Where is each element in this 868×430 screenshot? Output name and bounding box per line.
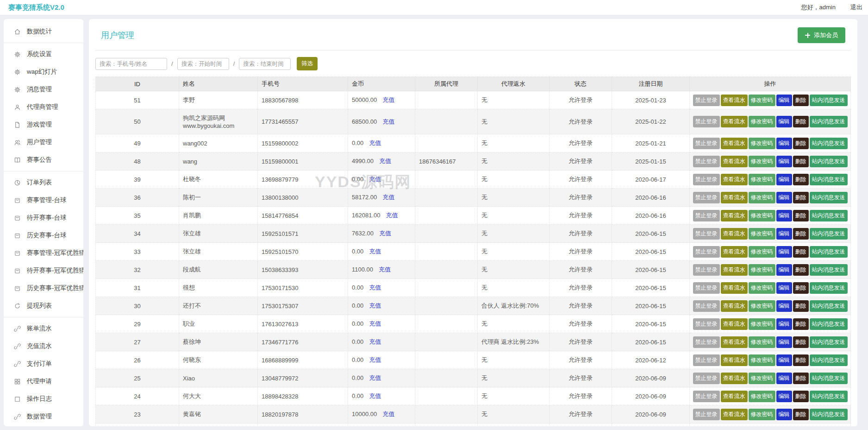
send-message-button[interactable]: 站内消息发送 xyxy=(810,336,848,348)
edit-button[interactable]: 编辑 xyxy=(776,228,792,240)
change-password-button[interactable]: 修改密码 xyxy=(749,192,775,203)
send-message-button[interactable]: 站内消息发送 xyxy=(810,300,848,312)
edit-button[interactable]: 编辑 xyxy=(776,373,792,384)
change-password-button[interactable]: 修改密码 xyxy=(749,156,775,167)
view-flow-button[interactable]: 查看流水 xyxy=(721,116,748,127)
sidebar-item-bag[interactable]: 待开赛事-台球 xyxy=(4,209,83,227)
view-flow-button[interactable]: 查看流水 xyxy=(721,264,748,276)
ban-login-button[interactable]: 禁止登录 xyxy=(693,116,720,127)
delete-button[interactable]: 删除 xyxy=(793,116,809,127)
ban-login-button[interactable]: 禁止登录 xyxy=(693,246,720,258)
recharge-link[interactable]: 充值 xyxy=(369,374,381,381)
ban-login-button[interactable]: 禁止登录 xyxy=(693,95,720,106)
sidebar-item-file[interactable]: 游戏管理 xyxy=(4,116,83,133)
recharge-link[interactable]: 充值 xyxy=(379,230,391,237)
change-password-button[interactable]: 修改密码 xyxy=(749,264,775,276)
sidebar-item-refresh[interactable]: 提现列表 xyxy=(4,297,83,315)
send-message-button[interactable]: 站内消息发送 xyxy=(810,116,848,127)
send-message-button[interactable]: 站内消息发送 xyxy=(810,138,848,149)
delete-button[interactable]: 删除 xyxy=(793,373,809,384)
view-flow-button[interactable]: 查看流水 xyxy=(721,174,748,185)
view-flow-button[interactable]: 查看流水 xyxy=(721,156,748,167)
change-password-button[interactable]: 修改密码 xyxy=(749,282,775,294)
send-message-button[interactable]: 站内消息发送 xyxy=(810,373,848,384)
send-message-button[interactable]: 站内消息发送 xyxy=(810,156,848,167)
recharge-link[interactable]: 充值 xyxy=(382,96,394,103)
view-flow-button[interactable]: 查看流水 xyxy=(721,192,748,203)
delete-button[interactable]: 删除 xyxy=(793,391,809,402)
delete-button[interactable]: 删除 xyxy=(793,336,809,348)
edit-button[interactable]: 编辑 xyxy=(776,391,792,402)
send-message-button[interactable]: 站内消息发送 xyxy=(810,391,848,402)
send-message-button[interactable]: 站内消息发送 xyxy=(810,246,848,258)
ban-login-button[interactable]: 禁止登录 xyxy=(693,210,720,221)
delete-button[interactable]: 删除 xyxy=(793,138,809,149)
ban-login-button[interactable]: 禁止登录 xyxy=(693,409,720,420)
send-message-button[interactable]: 站内消息发送 xyxy=(810,282,848,294)
send-message-button[interactable]: 站内消息发送 xyxy=(810,210,848,221)
ban-login-button[interactable]: 禁止登录 xyxy=(693,336,720,348)
edit-button[interactable]: 编辑 xyxy=(776,156,792,167)
edit-button[interactable]: 编辑 xyxy=(776,282,792,294)
sidebar-item-bag[interactable]: 历史赛事-台球 xyxy=(4,227,83,244)
change-password-button[interactable]: 修改密码 xyxy=(749,138,775,149)
edit-button[interactable]: 编辑 xyxy=(776,409,792,420)
recharge-link[interactable]: 充值 xyxy=(382,194,394,201)
view-flow-button[interactable]: 查看流水 xyxy=(721,336,748,348)
view-flow-button[interactable]: 查看流水 xyxy=(721,373,748,384)
change-password-button[interactable]: 修改密码 xyxy=(749,95,775,106)
send-message-button[interactable]: 站内消息发送 xyxy=(810,409,848,420)
view-flow-button[interactable]: 查看流水 xyxy=(721,409,748,420)
change-password-button[interactable]: 修改密码 xyxy=(749,373,775,384)
change-password-button[interactable]: 修改密码 xyxy=(749,318,775,330)
send-message-button[interactable]: 站内消息发送 xyxy=(810,174,848,185)
sidebar-item-bag[interactable]: 待开赛事-冠军优胜猜 xyxy=(4,262,83,279)
edit-button[interactable]: 编辑 xyxy=(776,264,792,276)
recharge-link[interactable]: 充值 xyxy=(369,356,381,363)
delete-button[interactable]: 删除 xyxy=(793,264,809,276)
view-flow-button[interactable]: 查看流水 xyxy=(721,300,748,312)
delete-button[interactable]: 删除 xyxy=(793,228,809,240)
change-password-button[interactable]: 修改密码 xyxy=(749,174,775,185)
add-member-button[interactable]: 添加会员 xyxy=(798,27,845,43)
sidebar-item-user[interactable]: 代理商管理 xyxy=(4,98,83,116)
sidebar-item-gear[interactable]: 消息管理 xyxy=(4,81,83,98)
recharge-link[interactable]: 充值 xyxy=(369,392,381,399)
edit-button[interactable]: 编辑 xyxy=(776,354,792,366)
delete-button[interactable]: 删除 xyxy=(793,300,809,312)
ban-login-button[interactable]: 禁止登录 xyxy=(693,354,720,366)
send-message-button[interactable]: 站内消息发送 xyxy=(810,354,848,366)
recharge-link[interactable]: 充值 xyxy=(369,139,381,146)
search-end-input[interactable] xyxy=(239,58,291,70)
change-password-button[interactable]: 修改密码 xyxy=(749,409,775,420)
delete-button[interactable]: 删除 xyxy=(793,210,809,221)
recharge-link[interactable]: 充值 xyxy=(382,118,394,125)
edit-button[interactable]: 编辑 xyxy=(776,336,792,348)
ban-login-button[interactable]: 禁止登录 xyxy=(693,174,720,185)
change-password-button[interactable]: 修改密码 xyxy=(749,210,775,221)
ban-login-button[interactable]: 禁止登录 xyxy=(693,282,720,294)
edit-button[interactable]: 编辑 xyxy=(776,95,792,106)
ban-login-button[interactable]: 禁止登录 xyxy=(693,391,720,402)
send-message-button[interactable]: 站内消息发送 xyxy=(810,264,848,276)
sidebar-item-link[interactable]: 支付订单 xyxy=(4,355,83,373)
sidebar-item-link[interactable]: 充值流水 xyxy=(4,337,83,355)
delete-button[interactable]: 删除 xyxy=(793,95,809,106)
view-flow-button[interactable]: 查看流水 xyxy=(721,282,748,294)
edit-button[interactable]: 编辑 xyxy=(776,300,792,312)
change-password-button[interactable]: 修改密码 xyxy=(749,246,775,258)
send-message-button[interactable]: 站内消息发送 xyxy=(810,192,848,203)
sidebar-item-pie[interactable]: 订单列表 xyxy=(4,174,83,191)
sidebar-item-square[interactable]: 操作日志 xyxy=(4,390,83,408)
view-flow-button[interactable]: 查看流水 xyxy=(721,318,748,330)
ban-login-button[interactable]: 禁止登录 xyxy=(693,156,720,167)
logout-link[interactable]: 退出 xyxy=(850,3,862,12)
change-password-button[interactable]: 修改密码 xyxy=(749,116,775,127)
view-flow-button[interactable]: 查看流水 xyxy=(721,210,748,221)
change-password-button[interactable]: 修改密码 xyxy=(749,228,775,240)
search-start-input[interactable] xyxy=(177,58,229,70)
view-flow-button[interactable]: 查看流水 xyxy=(721,95,748,106)
ban-login-button[interactable]: 禁止登录 xyxy=(693,373,720,384)
send-message-button[interactable]: 站内消息发送 xyxy=(810,318,848,330)
view-flow-button[interactable]: 查看流水 xyxy=(721,354,748,366)
